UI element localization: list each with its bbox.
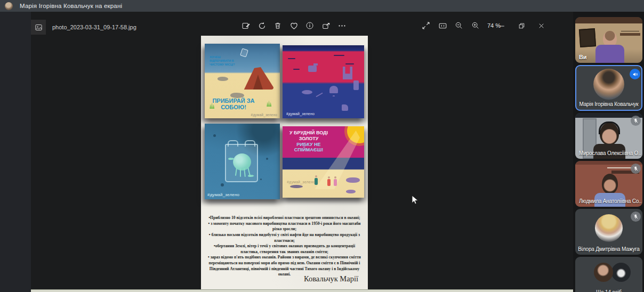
participant-avatar (594, 263, 613, 282)
info-button[interactable] (305, 21, 315, 30)
presenting-banner: Марія Ігорівна Ковальчук на екрані (0, 0, 644, 12)
participant-tile[interactable]: Мирослава Олексіївна О... (575, 113, 642, 159)
participant-avatar (593, 69, 624, 100)
poster4-title-top: У БРУДНІЙ ВОДІ ЗОЛОТУ (284, 130, 333, 142)
image-thumbnail-button[interactable] (31, 20, 46, 35)
zoom-toolbar: 74 % (421, 21, 501, 30)
trash-shape (346, 190, 356, 193)
poster3-hashtag: #думай_зелено (207, 192, 239, 197)
poster4-title: У БРУДНІЙ ВОДІ ЗОЛОТУ РИБКУ НЕ СПІЙМАЄШ! (284, 130, 333, 153)
bottle-silhouette (353, 80, 359, 90)
picture-frame-shape (579, 28, 596, 47)
fit-to-window-button[interactable] (438, 21, 447, 30)
shared-photo: ХОЧЕШ ВІДПОЧИВАТИ В ЧИСТОМУ МІСЦІ? ПРИБИ… (201, 36, 368, 290)
bullet-line: • близько восьми відсотків видобутої у с… (205, 232, 364, 244)
line-shape (288, 58, 295, 59)
filename-label: photo_2023-03-31_09-17-58.jpg (52, 24, 136, 30)
line-shape (345, 63, 354, 64)
poster-jellyfish-bag: #думай_зелено (205, 124, 280, 199)
author-signature: Ковальчук Марії (304, 274, 358, 283)
trash-shape (346, 177, 360, 183)
bullet-line: • з моменту початку масового виробництва… (205, 221, 364, 232)
jellyfish-silhouette (329, 86, 338, 93)
plastic-bag-shape (225, 144, 258, 182)
viewer-toolbar (241, 21, 347, 30)
restore-button[interactable] (517, 21, 526, 30)
delete-button[interactable] (273, 21, 283, 30)
zoom-out-button[interactable] (454, 21, 464, 30)
mic-off-icon (631, 116, 641, 126)
seaweed-shape (266, 100, 272, 107)
poster1-hashtag: #думай_зелено (251, 113, 277, 117)
speaking-indicator-icon (630, 69, 640, 79)
fullscreen-button[interactable] (421, 21, 431, 30)
fish-silhouette (302, 90, 312, 94)
person-shape (327, 179, 331, 186)
plastic-bag-shape (240, 48, 248, 57)
cart-silhouette (308, 66, 317, 72)
puddle-shape (290, 185, 303, 188)
participant-tile-presenter[interactable]: Марія Ігорівна Ковальчук (575, 65, 642, 111)
minimize-button[interactable] (497, 21, 506, 30)
shelf-shape (620, 33, 640, 36)
fish-shape (228, 158, 233, 160)
participant-tile-you[interactable]: Ви (575, 17, 642, 63)
tentacle-shape (235, 167, 237, 176)
edit-image-button[interactable] (241, 21, 251, 30)
bullet-line: •обертання Землі, вітер і течії у світов… (205, 244, 364, 255)
shared-screen: photo_2023-03-31_09-17-58.jpg 74 % (31, 12, 573, 292)
mic-off-icon (631, 212, 641, 222)
line-shape (334, 55, 344, 56)
presenter-avatar (5, 2, 13, 10)
close-button[interactable] (536, 21, 546, 30)
presenting-banner-title: Марія Ігорівна Ковальчук на екрані (20, 3, 122, 9)
more-participants-label: Ще 14 осіб (576, 289, 641, 292)
bullet-line: •Приблизно 10 відсотків всієї виробленої… (205, 215, 364, 221)
poster2-hashtag: #думай_зелено (286, 112, 315, 116)
participants-rail: Ви Марія Ігорівна Ковальчук Мирослава Ол… (575, 17, 642, 292)
more-participants-tile[interactable]: Ще 14 осіб (575, 257, 642, 292)
participant-name: Мирослава Олексіївна О... (579, 150, 641, 156)
more-options-button[interactable] (337, 21, 347, 30)
person-head (602, 174, 618, 194)
participant-avatar (595, 214, 623, 242)
chair-silhouette (343, 67, 352, 79)
mouse-cursor (412, 195, 418, 207)
shared-taskbar-edge (31, 289, 573, 292)
participant-avatar (611, 263, 631, 282)
fish-shape (248, 175, 253, 177)
trash-shape (218, 77, 228, 81)
poster-trash-sea: #думай_зелено (283, 45, 364, 118)
participant-tile[interactable]: Вілора Дмитрівна Мажуга (575, 209, 642, 255)
participant-name: Людмила Анатоліївна Со... (579, 198, 641, 204)
poster4-title-bottom: РИБКУ НЕ СПІЙМАЄШ! (284, 142, 333, 153)
meeting-stage: photo_2023-03-31_09-17-58.jpg 74 % (0, 12, 644, 292)
participant-tile[interactable]: Людмила Анатоліївна Со... (575, 161, 642, 207)
share-button[interactable] (321, 21, 331, 30)
participant-name: Вілора Дмитрівна Мажуга (576, 246, 641, 252)
bubble-shape (213, 134, 216, 137)
mic-off-icon (631, 164, 641, 174)
poster-goldfish: У БРУДНІЙ ВОДІ ЗОЛОТУ РИБКУ НЕ СПІЙМАЄШ!… (283, 126, 364, 198)
image-icon (35, 23, 43, 31)
straw-silhouette (316, 93, 323, 98)
favorite-button[interactable] (289, 21, 299, 30)
poster1-title: ПРИБИРАЙ ЗА СОБОЮ! (207, 98, 260, 111)
bubble-shape (221, 183, 224, 186)
rotate-button[interactable] (257, 21, 267, 30)
participant-name: Марія Ігорівна Ковальчук (577, 101, 640, 107)
headphones-shape (599, 121, 620, 134)
bubble-shape (260, 179, 262, 180)
window-controls (497, 21, 546, 30)
participant-name: Ви (579, 54, 641, 60)
bullet-text-block: •Приблизно 10 відсотків всієї виробленої… (205, 215, 364, 278)
bubble-shape (266, 158, 268, 160)
poster-clean-beach: ХОЧЕШ ВІДПОЧИВАТИ В ЧИСТОМУ МІСЦІ? ПРИБИ… (205, 44, 280, 118)
person-shape (334, 179, 337, 186)
line-shape (293, 69, 300, 70)
tentacle-shape (240, 168, 241, 177)
poster1-heading: ХОЧЕШ ВІДПОЧИВАТИ В ЧИСТОМУ МІСЦІ? (210, 55, 239, 67)
bag-silhouette (342, 104, 348, 111)
poster4-hashtag: #думай_зелено (287, 180, 315, 184)
zoom-in-button[interactable] (471, 21, 480, 30)
